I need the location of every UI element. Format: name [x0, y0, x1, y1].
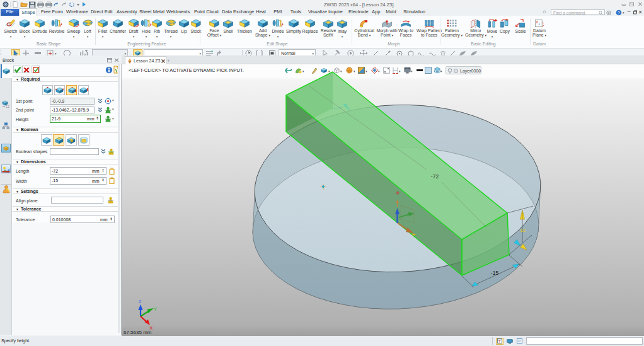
svg-text:Z: Z	[139, 299, 142, 304]
svg-text:?: ?	[618, 11, 620, 15]
svg-text:-72: -72	[431, 173, 439, 180]
svg-text:T: T	[498, 340, 500, 343]
svg-text:12: 12	[520, 228, 526, 233]
svg-text:-15: -15	[491, 270, 499, 276]
svg-text:Y: Y	[154, 306, 158, 312]
